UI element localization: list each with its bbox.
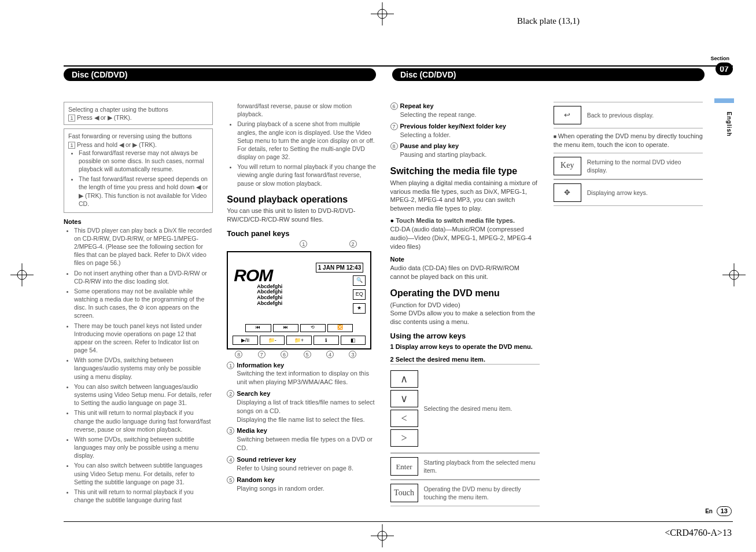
box-select-chapter: Selecting a chapter using the buttons 1P… [64, 102, 213, 125]
key-item: 2Search keyDisplaying a list of track ti… [227, 389, 376, 424]
op-note: When operating the DVD menu by directly … [554, 132, 703, 149]
key-desc: Displaying a list of track titles/file n… [237, 398, 376, 424]
diagram-play-icon: ▶/II [233, 336, 258, 345]
switch-media-desc: When playing a digital media containing … [390, 179, 540, 213]
header-left: Disc (CD/DVD) [64, 68, 376, 81]
footer-doc-id: <CRD4760-A>13 [665, 527, 732, 539]
crop-mark-left [10, 263, 34, 289]
enter-key-icon: Enter [390, 457, 418, 476]
footer-en-label: En [705, 508, 713, 514]
key-item: 7Previous folder key/Next folder keySele… [390, 122, 540, 139]
switch-bullet: Touch Media to switch media file types. [396, 217, 515, 224]
sound-playback-heading: Sound playback operations [227, 193, 376, 206]
key-label: Media key [237, 427, 267, 434]
key-item: 4Sound retriever keyRefer to Using sound… [227, 455, 376, 473]
key-item: 8Pause and play keyPausing and starting … [390, 142, 540, 159]
touch-key-icon: Touch [390, 484, 418, 502]
section-badge: 07 [716, 62, 733, 75]
arrow-keys-heading: Using the arrow keys [390, 331, 540, 341]
note-item: You can also switch between languages/au… [74, 382, 213, 407]
switch-list: CD-DA (audio data)—Music/ROM (compressed… [390, 225, 540, 251]
diagram-media-icon: ◧ [341, 336, 366, 345]
diagram-control: ⟲ [300, 324, 326, 332]
callout-icon: 2 [349, 240, 357, 248]
key-item: 5Random keyPlaying songs in random order… [227, 476, 376, 493]
arrow-keys-row: ∧ ∨ < > Selecting the desired menu item. [390, 364, 540, 453]
arrow-desc: Selecting the desired menu item. [424, 404, 540, 413]
switch-media-heading: Switching the media file type [390, 165, 540, 178]
callout-icon: 8 [390, 142, 398, 150]
back-key-icon: ↩ [554, 106, 581, 124]
arrow-right-icon: > [390, 429, 418, 447]
footer-page-number: 13 [717, 506, 732, 516]
crop-mark-right [722, 263, 746, 289]
info-key-desc: Switching the text information to displa… [237, 369, 376, 387]
callout-icon: 1 [227, 362, 234, 369]
touch-panel-diagram-block: 1 2 ROM Abcdefghi Abcdefghi Abcdefghi Ab… [227, 240, 376, 358]
arrow-step-1: 1 Display arrow keys to operate the DVD … [390, 343, 540, 351]
callout-icon: 7 [258, 351, 265, 358]
back-key-desc: Back to previous display. [587, 111, 703, 119]
notes-heading: Notes [64, 218, 213, 226]
arrows-key-icon: ✥ [554, 183, 581, 202]
key-label: Repeat key [400, 102, 434, 109]
info-key-label: Information key [237, 362, 284, 369]
key-key-desc: Returning to the normal DVD video displa… [587, 158, 703, 174]
key-desc: Switching between media file types on a … [237, 435, 376, 452]
callout-icon: 1 [300, 240, 307, 248]
note-item: Do not insert anything other than a DVD-… [74, 269, 213, 285]
key-item: 3Media keySwitching between media file t… [227, 426, 376, 452]
touch-panel-keys-heading: Touch panel keys [227, 229, 376, 239]
callout-icon: 5 [304, 351, 311, 358]
diagram-folder-icon: 📁- [260, 336, 285, 345]
arrow-left-icon: < [390, 410, 418, 427]
callout-icon: 6 [281, 351, 288, 358]
box1-step: Press ◀ or ▶ (TRK). [77, 114, 132, 121]
key-label: Search key [237, 390, 270, 397]
key-desc: Pausing and starting playback. [400, 150, 540, 159]
note-item: With some DVDs, switching between subtit… [74, 435, 213, 460]
diagram-control: ⏭ [273, 324, 298, 332]
language-tab-bar [714, 98, 734, 103]
note-item: With some DVDs, switching between langua… [74, 356, 213, 381]
key-desc: Playing songs in random order. [237, 484, 376, 493]
box1-title: Selecting a chapter using the buttons [68, 105, 208, 113]
operating-dvd-heading: Operating the DVD menu [390, 287, 540, 300]
key-desc: Selecting the repeat range. [400, 111, 540, 119]
key-label: Sound retriever key [237, 456, 296, 463]
enter-key-row: Enter Starting playback from the selecte… [390, 453, 540, 480]
box2-title: Fast forwarding or reversing using the b… [68, 132, 208, 140]
callout-icon: 4 [326, 351, 334, 358]
header-right: Disc (CD/DVD) [392, 68, 705, 81]
note-item: This DVD player can play back a DivX fil… [74, 226, 213, 267]
key-key-icon: Key [554, 157, 581, 175]
box2-bullet: Fast forward/fast reverse may not always… [79, 149, 208, 174]
plate-note: Black plate (13,1) [517, 15, 580, 27]
diagram-eq-icon: EQ [353, 289, 366, 300]
arrow-step-2: 2 Select the desired menu item. [390, 355, 540, 364]
section-label: Section [710, 55, 729, 62]
arrow-down-icon: ∨ [390, 390, 418, 407]
touch-key-row: Touch Operating the DVD menu by directly… [390, 480, 540, 506]
note-item: There may be touch panel keys not listed… [74, 322, 213, 355]
body-content: Selecting a chapter using the buttons 1P… [64, 102, 703, 511]
footer-rule [64, 521, 733, 522]
key-key-row: Key Returning to the normal DVD video di… [554, 153, 703, 179]
diagram-control: 🔀 [327, 324, 353, 332]
callout-icon: 8 [235, 351, 242, 358]
diagram-info-icon: ℹ [314, 336, 339, 345]
diagram-control: ⏮ [245, 324, 271, 332]
callout-icon: 3 [227, 427, 234, 435]
callout-icon: 4 [227, 456, 234, 463]
note-item: You can also switch between subtitle lan… [74, 461, 213, 486]
diagram-tracklist: Abcdefghi Abcdefghi Abcdefghi Abcdefghi [257, 284, 282, 307]
information-key-item: 1Information key Switching the text info… [227, 361, 376, 387]
box2-step: Press and hold ◀ or ▶ (TRK). [77, 141, 157, 148]
diagram-folder-icon: 📁+ [286, 336, 312, 345]
key-desc: Refer to Using sound retriever on page 8… [237, 464, 376, 473]
arrows-key-row: ✥ Displaying arrow keys. [554, 179, 703, 206]
note-item: Some operations may not be available whi… [74, 287, 213, 320]
callout-icon: 6 [390, 102, 398, 110]
sound-playback-desc: You can use this unit to listen to DVD-R… [227, 207, 376, 224]
box-fast-forward: Fast forwarding or reversing using the b… [64, 128, 213, 213]
